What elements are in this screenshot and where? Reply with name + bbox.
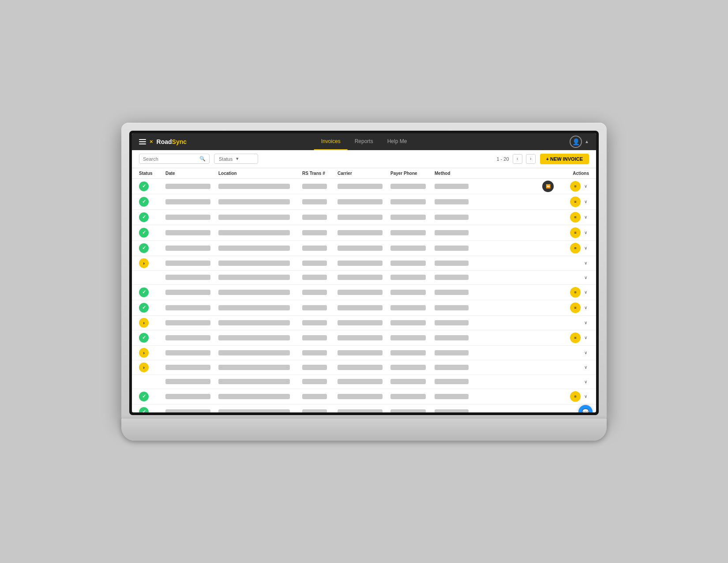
row-status: ✓ [139,333,165,343]
row-location [218,275,302,280]
row-location [218,184,302,189]
row-status: ✓ [139,303,165,313]
row-date [165,184,218,189]
row-expand-icon[interactable]: ∨ [582,365,589,370]
search-input[interactable] [143,156,197,162]
row-actions: ≡ ∨ [558,391,589,402]
view-invoice-button[interactable]: ≡ [570,181,581,192]
row-actions: ≡ ∨ [558,212,589,223]
status-dropdown[interactable]: Status ▾ [214,154,258,164]
row-rstrans [302,184,338,189]
status-green-icon: ✓ [139,197,149,207]
row-expand-icon[interactable]: ∨ [582,350,589,355]
view-invoice-button[interactable]: ≡ [570,333,581,343]
row-actions: ∨ [558,379,589,384]
row-expand-icon[interactable]: ∨ [582,320,589,325]
user-chevron-icon[interactable]: ▲ [585,139,589,144]
row-expand-icon[interactable]: ∨ [582,275,589,280]
view-invoice-button[interactable]: ≡ [570,287,581,298]
row-location [218,394,302,399]
row-phone [390,184,435,189]
row-location [218,199,302,204]
row-status: ✓ [139,243,165,253]
status-yellow-icon: › [139,348,149,358]
row-expand-icon[interactable]: ∨ [582,230,589,235]
next-page-button[interactable]: › [526,154,536,164]
row-rstrans [302,365,338,370]
row-expand-icon[interactable]: ∨ [582,394,589,399]
menu-icon[interactable] [139,139,146,144]
row-location [218,305,302,310]
row-rstrans [302,379,338,384]
row-expand-icon[interactable]: ∨ [582,199,589,204]
row-carrier [338,290,390,295]
row-method [435,320,474,325]
view-invoice-button[interactable]: ≡ [570,212,581,223]
status-green-icon: ✓ [139,181,149,191]
nav-help[interactable]: Help Me [380,133,414,150]
user-avatar[interactable]: 👤 [570,136,582,148]
nav-invoices[interactable]: Invoices [314,133,348,150]
row-phone [390,365,435,370]
status-green-icon: ✓ [139,303,149,313]
row-date [165,335,218,340]
row-date [165,199,218,204]
row-carrier [338,184,390,189]
row-method [435,246,474,251]
row-expand-icon[interactable]: ∨ [582,305,589,310]
laptop-base [121,419,607,441]
view-invoice-button[interactable]: ≡ [570,391,581,402]
row-phone [390,320,435,325]
row-status: › [139,348,165,358]
row-carrier [338,320,390,325]
row-date [165,261,218,266]
table-row: ✓ ≡ ∨ [132,225,596,241]
row-expand-icon[interactable]: ∨ [582,184,589,189]
nav-reports[interactable]: Reports [348,133,380,150]
status-yellow-icon: › [139,318,149,328]
row-phone [390,409,435,412]
topbar: × RoadSync Invoices Reports Help Me 👤 [132,133,596,150]
row-location [218,230,302,235]
row-rstrans [302,394,338,399]
row-method [435,199,474,204]
row-rstrans [302,275,338,280]
row-carrier [338,246,390,251]
status-green-icon: ✓ [139,333,149,343]
row-actions: ∨ [558,365,589,370]
view-invoice-button[interactable]: ≡ [570,243,581,253]
search-box: 🔍 [139,154,210,164]
row-expand-icon[interactable]: ∨ [582,215,589,219]
topbar-left: × RoadSync [139,138,187,145]
row-location [218,320,302,325]
prev-page-button[interactable]: ‹ [513,154,522,164]
row-phone [390,230,435,235]
row-expand-icon[interactable]: ∨ [582,379,589,384]
row-expand-icon[interactable]: ∨ [582,290,589,295]
header-method: Method [435,171,474,176]
fast-forward-button[interactable]: ⏩ [542,181,554,192]
row-expand-icon[interactable]: ∨ [582,261,589,265]
table-row: › ∨ [132,346,596,360]
table-row: ✓ ≡ ∨ [132,241,596,256]
row-phone [390,275,435,280]
row-method [435,350,474,355]
row-carrier [338,350,390,355]
row-location [218,379,302,384]
status-yellow-icon: › [139,363,149,372]
table-row: › ∨ [132,360,596,375]
view-invoice-button[interactable]: ≡ [570,196,581,207]
row-carrier [338,199,390,204]
status-label: Status [219,156,233,162]
new-invoice-button[interactable]: + NEW INVOICE [540,154,589,164]
row-actions: ∨ [558,320,589,325]
row-expand-icon[interactable]: ∨ [582,246,589,250]
row-expand-icon[interactable]: ∨ [582,335,589,340]
row-actions: ≡ ∨ [558,302,589,313]
status-green-icon: ✓ [139,228,149,238]
chat-button[interactable]: 💬 [578,405,593,412]
status-green-icon: ✓ [139,392,149,401]
view-invoice-button[interactable]: ≡ [570,227,581,238]
table-row: › ∨ [132,316,596,330]
view-invoice-button[interactable]: ≡ [570,302,581,313]
